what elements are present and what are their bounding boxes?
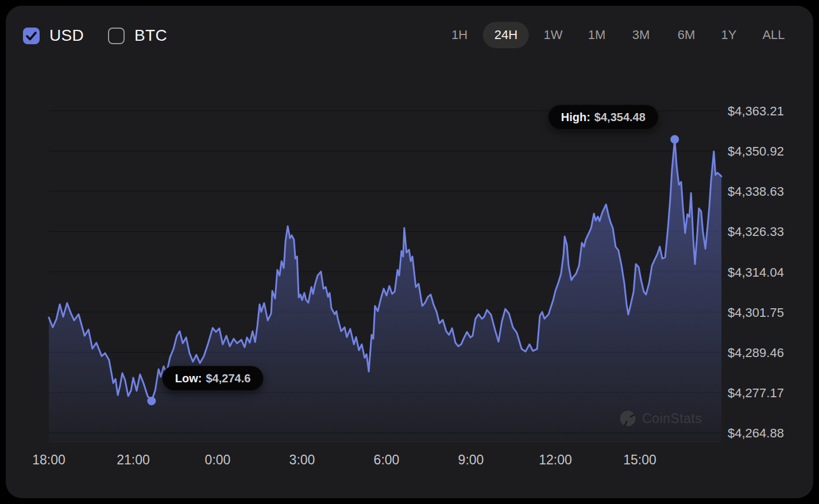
- low-point-dot: [147, 397, 156, 405]
- high-tooltip-value: $4,354.48: [594, 111, 646, 123]
- range-tab-all[interactable]: ALL: [762, 22, 785, 48]
- range-tab-1h[interactable]: 1H: [451, 22, 468, 48]
- y-axis-label: $4,363.21: [728, 104, 784, 119]
- low-tooltip-label: Low:: [175, 372, 202, 385]
- x-axis-label: 15:00: [623, 452, 656, 468]
- range-tab-24h[interactable]: 24H: [483, 22, 529, 48]
- y-axis-label: $4,326.33: [728, 224, 784, 239]
- range-tab-1y[interactable]: 1Y: [721, 22, 737, 48]
- y-axis-label: $4,301.75: [728, 305, 784, 320]
- x-axis-label: 21:00: [117, 452, 150, 468]
- usd-checkbox[interactable]: [23, 28, 40, 44]
- y-axis-label: $4,289.46: [728, 346, 784, 360]
- high-tooltip-label: High:: [561, 111, 590, 123]
- range-tab-3m[interactable]: 3M: [632, 22, 650, 48]
- usd-toggle[interactable]: USD: [23, 26, 84, 45]
- high-tooltip: High:$4,354.48: [548, 104, 659, 130]
- y-axis-label: $4,338.63: [728, 184, 784, 199]
- low-tooltip: Low:$4,274.6: [162, 366, 264, 391]
- screen: USD BTC 1H24H1W1M3M6M1YALL $4,363.21$4,3…: [0, 0, 819, 504]
- coinstats-logo-icon: [619, 410, 636, 427]
- btc-toggle[interactable]: BTC: [108, 26, 167, 45]
- x-axis-label: 0:00: [205, 452, 231, 468]
- y-axis-label: $4,350.92: [728, 144, 784, 159]
- low-tooltip-value: $4,274.6: [206, 372, 251, 385]
- x-axis-label: 9:00: [458, 452, 484, 468]
- x-axis-label: 12:00: [539, 452, 572, 468]
- btc-label: BTC: [134, 26, 167, 45]
- coinstats-watermark: CoinStats: [619, 410, 702, 427]
- usd-label: USD: [49, 26, 84, 45]
- high-point-dot: [670, 135, 679, 144]
- x-axis-label: 6:00: [374, 452, 400, 468]
- price-chart[interactable]: [0, 0, 819, 504]
- x-axis-label: 3:00: [289, 452, 315, 468]
- checkmark-icon: [23, 28, 40, 44]
- range-tab-1m[interactable]: 1M: [588, 22, 606, 48]
- btc-checkbox[interactable]: [108, 28, 125, 44]
- y-axis-label: $4,314.04: [728, 265, 784, 280]
- y-axis-label: $4,264.88: [728, 426, 784, 441]
- range-tab-1w[interactable]: 1W: [544, 22, 563, 48]
- watermark-text: CoinStats: [642, 411, 702, 427]
- range-tab-6m[interactable]: 6M: [678, 22, 696, 48]
- y-axis-label: $4,277.17: [728, 386, 784, 401]
- x-axis-label: 18:00: [32, 452, 65, 468]
